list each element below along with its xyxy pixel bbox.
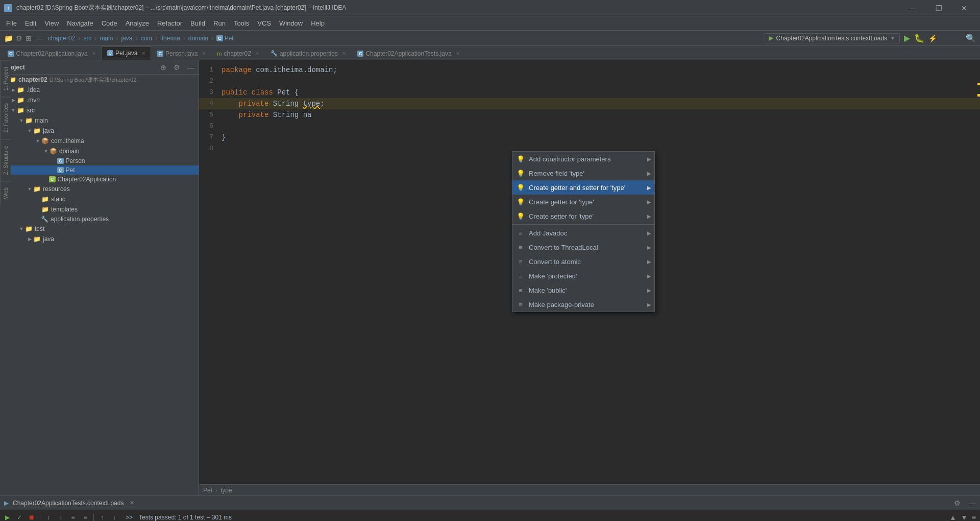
tree-test-java[interactable]: ▶ 📁 java — [0, 234, 199, 244]
tab-person[interactable]: C Person.java ✕ — [151, 46, 211, 60]
run-debug-button[interactable]: 🐛 — [914, 33, 924, 43]
close-button[interactable]: ✕ — [952, 0, 976, 16]
tab-pet[interactable]: C Pet.java ✕ — [102, 46, 152, 60]
left-tab-structure[interactable]: Z: Structure — [0, 139, 11, 181]
tab-chapter02[interactable]: m chapter02 ✕ — [211, 46, 265, 60]
ctx-make-protected[interactable]: ≡ Make 'protected' ▶ — [512, 269, 654, 283]
run-coverage-button[interactable]: ⚡ — [928, 34, 937, 42]
tab-chapter02applicationtests[interactable]: C Chapter02ApplicationTests.java ✕ — [352, 46, 465, 60]
tab-application-properties[interactable]: 🔧 application.properties ✕ — [265, 46, 352, 60]
nav-icon-2[interactable]: ⚙ — [16, 34, 22, 42]
project-icon-new[interactable]: ⊕ — [160, 63, 166, 72]
breadcrumb-type[interactable]: type — [220, 487, 232, 494]
tree-resources[interactable]: ▼ 📁 resources — [0, 184, 199, 194]
menu-build[interactable]: Build — [186, 17, 209, 29]
nav-folder-icon: 📁 — [4, 34, 13, 42]
ctx-add-javadoc[interactable]: ≡ Add Javadoc ▶ — [512, 226, 654, 240]
left-tab-favorites[interactable]: 2: Favorites — [0, 97, 11, 138]
menu-tools[interactable]: Tools — [230, 17, 253, 29]
tree-main[interactable]: ▼ 📁 main — [0, 115, 199, 126]
run-tab-label[interactable]: Chapter02ApplicationTests.contextLoads — [13, 500, 124, 507]
ctx-remove-field[interactable]: 💡 Remove field 'type' ▶ — [512, 166, 654, 180]
run-scroll-down[interactable]: ▼ — [961, 513, 968, 521]
ctx-create-getter[interactable]: 💡 Create getter for 'type' ▶ — [512, 195, 654, 209]
nav-com[interactable]: com — [140, 35, 152, 42]
run-prev-fail[interactable]: ↑ — [97, 512, 107, 521]
nav-itheima[interactable]: itheima — [160, 35, 180, 42]
tree-chapter02-root[interactable]: ▼ 📁 chapter02 D:\Spring Boot\课本实践\chapte… — [0, 75, 199, 85]
nav-java[interactable]: java — [121, 35, 132, 42]
menu-code[interactable]: Code — [97, 17, 121, 29]
run-tests-passed: Tests passed: 1 of 1 test – 301 ms — [139, 514, 232, 521]
menu-edit[interactable]: Edit — [21, 17, 40, 29]
breadcrumb-pet[interactable]: Pet — [203, 487, 212, 494]
tree-domain[interactable]: ▼ 📦 domain — [0, 146, 199, 156]
menu-view[interactable]: View — [40, 17, 63, 29]
tree-person[interactable]: ▶ C Person — [0, 156, 199, 165]
code-editor[interactable]: 1 package com.itheima.domain; 2 3 public… — [199, 60, 980, 158]
tree-application-properties[interactable]: ▶ 🔧 application.properties — [0, 215, 199, 224]
lightbulb-icon: 💡 — [517, 198, 525, 206]
run-panel-minimize[interactable]: — — [969, 499, 976, 507]
menu-refactor[interactable]: Refactor — [153, 17, 186, 29]
menu-navigate[interactable]: Navigate — [63, 17, 97, 29]
nav-src[interactable]: src — [83, 35, 91, 42]
run-options[interactable]: ≡ — [972, 513, 976, 521]
menu-help[interactable]: Help — [307, 17, 329, 29]
lightbulb-icon: 💡 — [517, 155, 525, 163]
menu-run[interactable]: Run — [209, 17, 230, 29]
menu-vcs[interactable]: VCS — [253, 17, 275, 29]
run-next-fail[interactable]: ↓ — [109, 512, 119, 521]
run-scroll-up[interactable]: ▲ — [949, 513, 957, 521]
tree-chapter02application[interactable]: ▶ C Chapter02Application — [0, 175, 199, 184]
code-line-7: 7 } — [199, 132, 980, 143]
maximize-button[interactable]: ❐ — [927, 0, 950, 16]
run-stop-button[interactable]: ⏹ — [27, 512, 37, 521]
tree-static[interactable]: ▶ 📁 static — [0, 194, 199, 204]
tree-com-itheima[interactable]: ▼ 📦 com.itheima — [0, 136, 199, 146]
tree-java[interactable]: ▼ 📁 java — [0, 126, 199, 136]
tree-src[interactable]: ▼ 📁 src — [0, 105, 199, 115]
run-green-button[interactable]: ▶ — [904, 33, 910, 43]
nav-domain[interactable]: domain — [188, 35, 208, 42]
run-sort-az[interactable]: ↕ — [43, 512, 54, 521]
run-tab-close[interactable]: ✕ — [130, 500, 134, 506]
ctx-create-getter-setter[interactable]: 💡 Create getter and setter for 'type' ▶ — [512, 180, 654, 195]
run-toolbar: ▶ ✓ ⏹ ↕ ↕ ≡ ≡ ↑ ↓ >> Tests passed: 1 of … — [0, 510, 980, 521]
ctx-convert-atomic[interactable]: ≡ Convert to atomic ▶ — [512, 254, 654, 269]
lightbulb-icon: 💡 — [517, 212, 525, 220]
ctx-add-constructor[interactable]: 💡 Add constructor parameters ▶ — [512, 152, 654, 166]
tree-test[interactable]: ▼ 📁 test — [0, 224, 199, 234]
ctx-make-package-private[interactable]: ≡ Make package-private ▶ — [512, 297, 654, 312]
search-everywhere-icon[interactable]: 🔍 — [966, 33, 976, 43]
nav-icon-4[interactable]: — — [35, 34, 42, 42]
menu-file[interactable]: File — [2, 17, 21, 29]
nav-main[interactable]: main — [100, 35, 113, 42]
left-tab-project[interactable]: 1: Project — [0, 60, 11, 97]
nav-module[interactable]: chapter02 — [48, 35, 75, 42]
run-config-dropdown[interactable]: ▶ Chapter02ApplicationTests.contextLoads… — [765, 33, 900, 43]
run-play-button[interactable]: ▶ — [2, 512, 12, 521]
minimize-button[interactable]: — — [901, 0, 925, 16]
project-icon-settings[interactable]: ⚙ — [174, 63, 180, 72]
ctx-make-public[interactable]: ≡ Make 'public' ▶ — [512, 283, 654, 297]
ctx-create-setter[interactable]: 💡 Create setter for 'type' ▶ — [512, 209, 654, 223]
tree-idea[interactable]: ▶ 📁 .idea — [0, 85, 199, 95]
project-icon-collapse[interactable]: — — [187, 63, 194, 72]
menu-analyze[interactable]: Analyze — [121, 17, 153, 29]
nav-icon-3[interactable]: ⊞ — [26, 34, 32, 42]
tree-templates[interactable]: ▶ 📁 templates — [0, 204, 199, 215]
run-sort-za[interactable]: ↕ — [56, 512, 66, 521]
run-settings-icon[interactable]: ⚙ — [954, 499, 961, 507]
tree-mvn[interactable]: ▶ 📁 .mvn — [0, 95, 199, 105]
ctx-convert-threadlocal[interactable]: ≡ Convert to ThreadLocal ▶ — [512, 240, 654, 254]
run-collapse[interactable]: ≡ — [80, 512, 90, 521]
menu-window[interactable]: Window — [275, 17, 307, 29]
tab-chapter02application[interactable]: C Chapter02Application.java ✕ — [2, 46, 102, 60]
run-expand[interactable]: ≡ — [68, 512, 78, 521]
left-tab-web[interactable]: Web — [0, 181, 11, 205]
config-file-icon: 🔧 — [41, 216, 48, 223]
tree-pet[interactable]: ▶ C Pet — [0, 165, 199, 175]
run-check-button[interactable]: ✓ — [14, 512, 24, 521]
nav-class-icon: C — [216, 35, 223, 41]
